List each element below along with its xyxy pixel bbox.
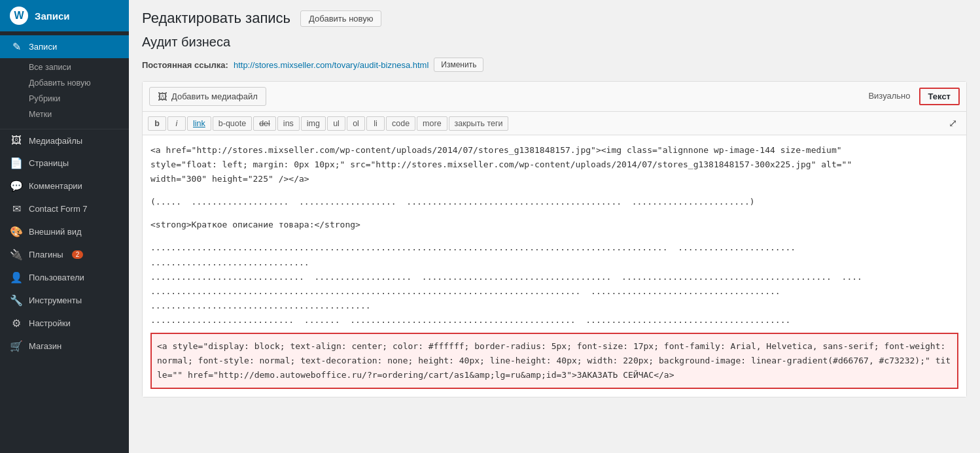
empty-line-2 bbox=[150, 209, 958, 218]
post-title: Аудит бизнеса bbox=[142, 35, 967, 50]
sidebar-posts-submenu: Все записи Добавить новую Рубрики Метки bbox=[0, 58, 129, 125]
strong-line: <strong>Краткое описание товара:</strong… bbox=[150, 218, 958, 232]
tab-text[interactable]: Текст bbox=[919, 88, 960, 105]
sidebar-item-media[interactable]: 🖼 Медиафайлы bbox=[0, 129, 129, 152]
sidebar-item-contact-form[interactable]: ✉ Contact Form 7 bbox=[0, 197, 129, 220]
toolbar-more[interactable]: more bbox=[417, 116, 447, 131]
toolbar-italic[interactable]: i bbox=[167, 116, 186, 131]
sidebar-logo-label: Записи bbox=[35, 10, 70, 22]
sidebar-item-label: Магазин bbox=[29, 341, 61, 351]
add-media-button[interactable]: 🖼 Добавить медиафайл bbox=[149, 87, 266, 106]
editor-toolbar-buttons: b i link b-quote del ins img ul ol li co… bbox=[143, 112, 966, 135]
dots-line-3: ........................................… bbox=[150, 284, 958, 313]
page-header: Редактировать запись Добавить новую bbox=[142, 10, 967, 27]
sidebar-item-shop[interactable]: 🛒 Магазин bbox=[0, 335, 129, 358]
sidebar-sub-all-posts[interactable]: Все записи bbox=[0, 59, 129, 75]
toolbar-ins[interactable]: ins bbox=[277, 116, 300, 131]
media-add-icon: 🖼 bbox=[158, 91, 167, 102]
highlighted-block[interactable]: <a style="display: block; text-align: ce… bbox=[150, 333, 958, 389]
sidebar: W Записи ✎ Записи Все записи Добавить но… bbox=[0, 0, 129, 453]
add-new-button[interactable]: Добавить новую bbox=[300, 10, 381, 27]
toolbar-code[interactable]: code bbox=[386, 116, 415, 131]
sidebar-item-label: Плагины bbox=[29, 250, 63, 260]
sidebar-item-appearance[interactable]: 🎨 Внешний вид bbox=[0, 220, 129, 243]
plugins-icon: 🔌 bbox=[10, 248, 23, 261]
sidebar-item-label: Медиафайлы bbox=[29, 136, 82, 146]
sidebar-item-plugins[interactable]: 🔌 Плагины 2 bbox=[0, 243, 129, 266]
sidebar-item-label: Contact Form 7 bbox=[29, 204, 88, 214]
sidebar-item-settings[interactable]: ⚙ Настройки bbox=[0, 312, 129, 335]
main-content: Редактировать запись Добавить новую Ауди… bbox=[129, 0, 980, 453]
sidebar-item-label: Записи bbox=[29, 42, 57, 52]
permalink-url[interactable]: http://stores.mixseller.com/tovary/audit… bbox=[234, 60, 429, 70]
page-title: Редактировать запись bbox=[142, 10, 290, 27]
sidebar-item-pages[interactable]: 📄 Страницы bbox=[0, 152, 129, 175]
sidebar-sub-tags[interactable]: Метки bbox=[0, 107, 129, 122]
sidebar-item-posts[interactable]: ✎ Записи bbox=[0, 35, 129, 58]
toolbar-ul[interactable]: ul bbox=[327, 116, 345, 131]
sidebar-item-label: Пользователи bbox=[29, 273, 84, 282]
sidebar-sub-rubrics[interactable]: Рубрики bbox=[0, 91, 129, 107]
settings-icon: ⚙ bbox=[10, 317, 23, 329]
dots-line-1: ........................................… bbox=[150, 241, 958, 269]
content-line-3: width="300" height="225" /></a> bbox=[150, 172, 958, 186]
plugins-badge: 2 bbox=[72, 250, 84, 259]
dots-line-2: .............................. .........… bbox=[150, 270, 958, 284]
toolbar-bquote[interactable]: b-quote bbox=[213, 116, 252, 131]
toolbar-ol[interactable]: ol bbox=[347, 116, 365, 131]
sidebar-posts-section: ✎ Записи Все записи Добавить новую Рубри… bbox=[0, 31, 129, 129]
editor-toolbar-top: 🖼 Добавить медиафайл Визуально Текст bbox=[143, 82, 966, 112]
sidebar-item-users[interactable]: 👤 Пользователи bbox=[0, 266, 129, 289]
toolbar-link[interactable]: link bbox=[187, 116, 211, 131]
sidebar-item-comments[interactable]: 💬 Комментарии bbox=[0, 175, 129, 197]
sidebar-item-label: Настройки bbox=[29, 318, 71, 328]
empty-line-3 bbox=[150, 232, 958, 241]
dots-line-4: ............................ ....... ...… bbox=[150, 313, 958, 327]
ellipsis-line: (..... ................... .............… bbox=[150, 195, 958, 209]
permalink-label: Постоянная ссылка: bbox=[142, 60, 228, 70]
sidebar-item-label: Страницы bbox=[29, 158, 69, 168]
editor-content[interactable]: <a href="http://stores.mixseller.com/wp-… bbox=[143, 135, 966, 397]
tools-icon: 🔧 bbox=[10, 294, 23, 307]
toolbar-close-tags[interactable]: закрыть теги bbox=[449, 116, 509, 131]
view-tabs: Визуально Текст bbox=[860, 88, 960, 105]
content-line-1: <a href="http://stores.mixseller.com/wp-… bbox=[150, 143, 958, 158]
appearance-icon: 🎨 bbox=[10, 226, 23, 238]
toolbar-bold[interactable]: b bbox=[148, 116, 166, 131]
toolbar-img[interactable]: img bbox=[301, 116, 326, 131]
sidebar-item-label: Инструменты bbox=[29, 295, 82, 305]
sidebar-item-label: Комментарии bbox=[29, 181, 82, 191]
change-permalink-button[interactable]: Изменить bbox=[434, 58, 483, 72]
tab-visual[interactable]: Визуально bbox=[860, 88, 919, 105]
toolbar-del[interactable]: del bbox=[253, 116, 276, 131]
toolbar-li[interactable]: li bbox=[366, 116, 385, 131]
expand-editor-button[interactable]: ⤢ bbox=[945, 116, 961, 131]
comments-icon: 💬 bbox=[10, 180, 23, 192]
empty-line-1 bbox=[150, 186, 958, 195]
users-icon: 👤 bbox=[10, 271, 23, 284]
add-media-label: Добавить медиафайл bbox=[171, 92, 258, 101]
shop-icon: 🛒 bbox=[10, 340, 23, 352]
sidebar-logo[interactable]: W Записи bbox=[0, 0, 129, 31]
sidebar-sub-add-new[interactable]: Добавить новую bbox=[0, 75, 129, 91]
sidebar-item-label: Внешний вид bbox=[29, 227, 82, 237]
pages-icon: 📄 bbox=[10, 157, 23, 169]
editor-wrapper: 🖼 Добавить медиафайл Визуально Текст b i… bbox=[142, 81, 967, 397]
content-line-2: style="float: left; margin: 0px 10px;" s… bbox=[150, 158, 958, 172]
posts-icon: ✎ bbox=[10, 41, 23, 53]
contact-form-icon: ✉ bbox=[10, 203, 23, 215]
sidebar-item-tools[interactable]: 🔧 Инструменты bbox=[0, 289, 129, 312]
permalink-row: Постоянная ссылка: http://stores.mixsell… bbox=[142, 58, 967, 72]
wp-icon: W bbox=[10, 7, 28, 25]
media-icon: 🖼 bbox=[10, 135, 23, 146]
